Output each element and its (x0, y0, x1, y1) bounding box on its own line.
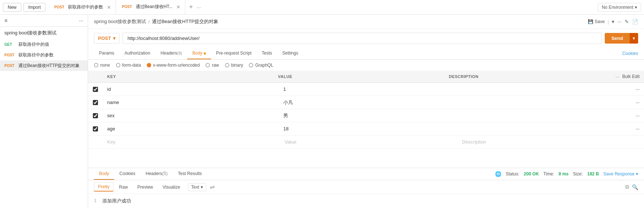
radio-dot (205, 63, 210, 67)
tabs-more-icon[interactable]: ··· (197, 4, 201, 10)
key-cell-3[interactable]: age (103, 124, 279, 134)
value-cell-2[interactable]: 男 (279, 110, 455, 121)
fmt-tab-pretty[interactable]: Pretty (94, 182, 113, 192)
req-tab-body[interactable]: Body (187, 48, 211, 59)
tab-tab1[interactable]: POST 获取路径中的参数✕ (48, 0, 116, 14)
table-row: age 18 ··· (88, 122, 644, 135)
breadcrumb-more-icon[interactable]: ··· (617, 19, 622, 25)
sidebar-menu-icon[interactable]: ≡ (4, 18, 7, 23)
body-type-form-data[interactable]: form-data (116, 63, 141, 68)
checkbox[interactable] (93, 100, 98, 105)
request-tabs: ParamsAuthorizationHeaders(9)BodyPre-req… (88, 48, 644, 60)
tab-label: Headers (160, 51, 177, 56)
resp-tab-test results[interactable]: Test Results (173, 168, 207, 180)
sidebar-method: GET (4, 42, 16, 47)
value-cell-0[interactable]: 1 (279, 84, 455, 94)
row-dots-3[interactable]: ··· (631, 124, 644, 134)
body-type-x-www-form-urlencoded[interactable]: x-www-form-urlencoded (147, 63, 200, 68)
req-tab-tests[interactable]: Tests (256, 48, 277, 59)
desc-cell-2[interactable] (455, 114, 631, 118)
row-checkbox-2[interactable] (88, 113, 103, 118)
value-placeholder[interactable]: Value (285, 139, 296, 145)
key-cell-2[interactable]: sex (103, 111, 279, 120)
checkbox[interactable] (93, 126, 98, 131)
row-checkbox-1[interactable] (88, 100, 103, 105)
breadcrumb-doc-icon[interactable]: 📄 (632, 19, 638, 25)
new-value-cell: Value (280, 137, 458, 147)
body-type-none[interactable]: none (94, 63, 110, 68)
breadcrumb-actions: 💾 Save | ▾ ··· ✎ 📄 (588, 19, 638, 25)
method-select[interactable]: POST ▾ (94, 33, 120, 44)
desc-cell-3[interactable] (455, 127, 631, 131)
fmt-tab-raw[interactable]: Raw (115, 183, 132, 192)
import-button[interactable]: Import (23, 3, 46, 12)
breadcrumb-parent[interactable]: spring boot接收参数测试 (94, 18, 146, 25)
body-type-raw[interactable]: raw (205, 63, 219, 68)
url-input[interactable] (123, 33, 602, 44)
save-label: Save (595, 19, 605, 24)
save-response-button[interactable]: Save Response ▾ (603, 171, 638, 177)
row-dots-1[interactable]: ··· (631, 97, 644, 107)
new-row-dots (635, 140, 644, 144)
key-placeholder[interactable]: Key (107, 139, 115, 145)
row-checkbox-3[interactable] (88, 126, 103, 131)
desc-header: DESCRIPTION (444, 73, 615, 80)
breadcrumb-edit-icon[interactable]: ✎ (625, 19, 629, 25)
sidebar-item-1[interactable]: POST 获取路径中的参数 (0, 50, 88, 60)
row-dots-2[interactable]: ··· (631, 111, 644, 120)
search-icon[interactable]: 🔍 (632, 184, 638, 190)
save-icon: 💾 (588, 19, 593, 24)
body-type-binary[interactable]: binary (225, 63, 243, 68)
value-cell-3[interactable]: 18 (279, 124, 455, 134)
new-button[interactable]: New (3, 3, 21, 12)
sidebar-more-icon[interactable]: ··· (79, 18, 83, 23)
value-header: VALUE (274, 73, 445, 80)
key-cell-0[interactable]: id (103, 84, 279, 94)
checkbox[interactable] (93, 113, 98, 118)
radio-dot (225, 63, 229, 67)
tab-close-icon[interactable]: ✕ (107, 4, 111, 10)
tab-close-icon[interactable]: ✕ (176, 4, 181, 10)
copy-icon[interactable]: ⧉ (625, 184, 629, 190)
key-cell-1[interactable]: name (103, 97, 279, 107)
time-value: 8 ms (559, 171, 568, 177)
resp-tab-label: Cookies (119, 171, 135, 176)
send-button[interactable]: Send (605, 33, 630, 44)
cookies-link[interactable]: Cookies (622, 51, 638, 56)
row-dots-0[interactable]: ··· (631, 84, 644, 94)
resp-tab-cookies[interactable]: Cookies (114, 168, 140, 180)
send-dropdown-button[interactable]: ▾ (630, 33, 638, 44)
bulk-edit-button[interactable]: Bulk Edit (622, 74, 640, 79)
table-more-icon[interactable]: ··· (615, 74, 619, 79)
save-button[interactable]: 💾 Save (588, 19, 605, 24)
breadcrumb-dropdown-icon[interactable]: ▾ (612, 19, 614, 25)
sidebar-item-0[interactable]: GET 获取路径中的值 (0, 39, 88, 50)
format-select[interactable]: Text▾ (188, 183, 206, 191)
req-tab-params[interactable]: Params (94, 48, 119, 59)
req-tab-pre-request-script[interactable]: Pre-request Script (211, 48, 257, 59)
tab-title: 获取路径中的参数 (68, 4, 103, 10)
resp-tab-body[interactable]: Body (94, 168, 114, 180)
time-label: Time: (543, 171, 554, 177)
req-tab-headers[interactable]: Headers(9) (155, 48, 187, 59)
resp-tab-headers[interactable]: Headers(5) (141, 168, 173, 180)
fmt-tab-preview[interactable]: Preview (133, 183, 157, 192)
format-text: Text (191, 185, 199, 190)
body-type-graphql[interactable]: GraphQL (249, 63, 273, 68)
req-tab-settings[interactable]: Settings (277, 48, 303, 59)
filter-icon[interactable]: ⇌ (210, 183, 215, 190)
value-cell-1[interactable]: 小凡 (279, 97, 455, 108)
fmt-tab-visualize[interactable]: Visualize (159, 183, 184, 192)
add-tab-button[interactable]: + (185, 3, 197, 11)
desc-cell-0[interactable] (455, 87, 631, 92)
tab-label: Settings (282, 51, 298, 56)
tab-tab2[interactable]: POST 通过Bean接收HT...✕ (116, 0, 185, 14)
desc-cell-1[interactable] (455, 100, 631, 105)
row-checkbox-0[interactable] (88, 87, 103, 92)
checkbox[interactable] (93, 87, 98, 92)
sidebar-item-2[interactable]: POST 通过Bean接收HTTP提交的对象 (0, 60, 88, 71)
desc-placeholder[interactable]: Description (462, 139, 486, 145)
req-tab-authorization[interactable]: Authorization (119, 48, 155, 59)
env-selector[interactable]: No Environment ▾ (598, 3, 641, 12)
breadcrumb-current: 通过Bean接收HTTP提交的对象 (152, 18, 218, 25)
